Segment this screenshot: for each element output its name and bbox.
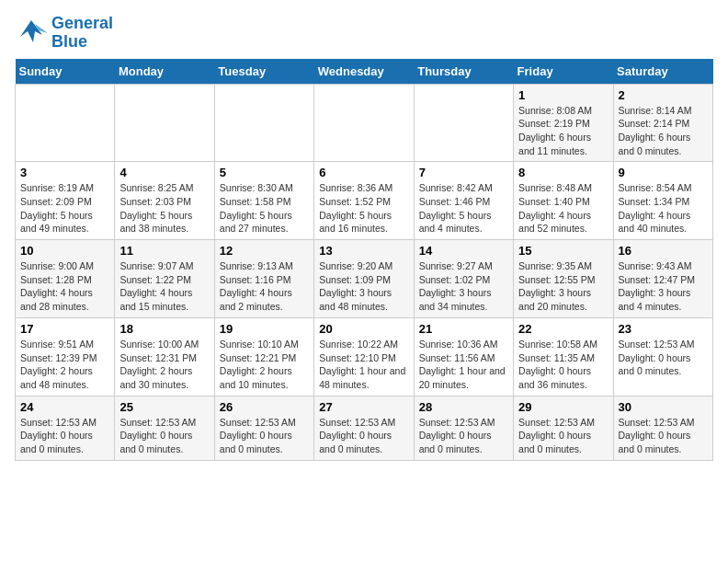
calendar-cell: 8Sunrise: 8:48 AM Sunset: 1:40 PM Daylig… xyxy=(514,162,613,240)
day-info: Sunset: 12:53 AM Daylight: 0 hours and 0… xyxy=(220,416,309,456)
day-number: 19 xyxy=(220,322,309,336)
calendar-cell: 19Sunrise: 10:10 AM Sunset: 12:21 PM Day… xyxy=(214,317,313,396)
calendar-week-row: 17Sunrise: 9:51 AM Sunset: 12:39 PM Dayl… xyxy=(16,317,713,396)
calendar-cell xyxy=(115,84,214,162)
calendar-cell: 26Sunset: 12:53 AM Daylight: 0 hours and… xyxy=(214,396,313,460)
day-number: 2 xyxy=(619,88,708,102)
day-info: Sunrise: 8:30 AM Sunset: 1:58 PM Dayligh… xyxy=(220,181,309,236)
calendar-cell: 6Sunrise: 8:36 AM Sunset: 1:52 PM Daylig… xyxy=(314,162,414,240)
calendar-cell: 18Sunrise: 10:00 AM Sunset: 12:31 PM Day… xyxy=(115,317,214,396)
day-info: Sunset: 12:53 AM Daylight: 0 hours and 0… xyxy=(20,416,109,456)
day-number: 7 xyxy=(419,166,508,179)
calendar-cell: 20Sunrise: 10:22 AM Sunset: 12:10 PM Day… xyxy=(314,317,414,396)
day-number: 29 xyxy=(518,400,608,414)
day-number: 28 xyxy=(419,400,508,414)
logo-text: General Blue xyxy=(51,15,113,52)
day-info: Sunrise: 9:20 AM Sunset: 1:09 PM Dayligh… xyxy=(319,259,408,314)
calendar-cell: 22Sunrise: 10:58 AM Sunset: 11:35 AM Day… xyxy=(514,317,613,396)
day-number: 9 xyxy=(619,166,708,179)
logo-icon xyxy=(15,17,48,50)
day-number: 11 xyxy=(119,244,209,258)
calendar-week-row: 3Sunrise: 8:19 AM Sunset: 2:09 PM Daylig… xyxy=(16,162,713,240)
calendar-cell: 12Sunrise: 9:13 AM Sunset: 1:16 PM Dayli… xyxy=(214,240,313,318)
calendar-cell: 14Sunrise: 9:27 AM Sunset: 1:02 PM Dayli… xyxy=(414,240,513,318)
day-number: 25 xyxy=(119,400,209,414)
calendar-cell: 11Sunrise: 9:07 AM Sunset: 1:22 PM Dayli… xyxy=(115,240,214,318)
calendar-cell: 25Sunset: 12:53 AM Daylight: 0 hours and… xyxy=(115,396,214,460)
svg-marker-0 xyxy=(20,20,42,42)
calendar-cell xyxy=(314,84,414,162)
weekday-header-tuesday: Tuesday xyxy=(214,59,313,85)
calendar-cell: 4Sunrise: 8:25 AM Sunset: 2:03 PM Daylig… xyxy=(115,162,214,240)
calendar-cell: 30Sunset: 12:53 AM Daylight: 0 hours and… xyxy=(613,396,712,460)
calendar-cell: 28Sunset: 12:53 AM Daylight: 0 hours and… xyxy=(414,396,513,460)
calendar-cell xyxy=(16,84,115,162)
day-info: Sunrise: 9:35 AM Sunset: 12:55 PM Daylig… xyxy=(518,259,608,314)
day-info: Sunset: 12:53 AM Daylight: 0 hours and 0… xyxy=(319,416,408,456)
calendar-cell: 21Sunrise: 10:36 AM Sunset: 11:56 AM Day… xyxy=(414,317,513,396)
calendar-week-row: 1Sunrise: 8:08 AM Sunset: 2:19 PM Daylig… xyxy=(16,84,713,162)
weekday-header-friday: Friday xyxy=(514,59,613,85)
page-header: General Blue xyxy=(15,15,713,52)
day-number: 21 xyxy=(419,322,508,336)
day-number: 12 xyxy=(220,244,309,258)
day-number: 26 xyxy=(220,400,309,414)
day-number: 17 xyxy=(20,322,109,336)
day-number: 15 xyxy=(518,244,608,258)
calendar-cell: 9Sunrise: 8:54 AM Sunset: 1:34 PM Daylig… xyxy=(613,162,712,240)
calendar-cell: 10Sunrise: 9:00 AM Sunset: 1:28 PM Dayli… xyxy=(16,240,115,318)
day-number: 24 xyxy=(20,400,109,414)
calendar-week-row: 10Sunrise: 9:00 AM Sunset: 1:28 PM Dayli… xyxy=(16,240,713,318)
weekday-header-thursday: Thursday xyxy=(414,59,513,85)
day-info: Sunrise: 8:42 AM Sunset: 1:46 PM Dayligh… xyxy=(419,181,508,236)
day-info: Sunrise: 9:00 AM Sunset: 1:28 PM Dayligh… xyxy=(20,259,109,314)
day-number: 6 xyxy=(319,166,408,179)
calendar-cell: 3Sunrise: 8:19 AM Sunset: 2:09 PM Daylig… xyxy=(16,162,115,240)
day-info: Sunset: 12:53 AM Daylight: 0 hours and 0… xyxy=(619,416,708,456)
day-info: Sunrise: 10:58 AM Sunset: 11:35 AM Dayli… xyxy=(518,338,608,392)
day-info: Sunset: 12:53 AM Daylight: 0 hours and 0… xyxy=(619,338,708,378)
day-info: Sunrise: 9:07 AM Sunset: 1:22 PM Dayligh… xyxy=(119,259,209,314)
day-info: Sunrise: 10:36 AM Sunset: 11:56 AM Dayli… xyxy=(419,338,508,392)
calendar-cell: 16Sunrise: 9:43 AM Sunset: 12:47 PM Dayl… xyxy=(613,240,712,318)
calendar-cell: 29Sunset: 12:53 AM Daylight: 0 hours and… xyxy=(514,396,613,460)
day-info: Sunrise: 8:54 AM Sunset: 1:34 PM Dayligh… xyxy=(619,181,708,236)
weekday-header-saturday: Saturday xyxy=(613,59,712,85)
day-info: Sunrise: 8:36 AM Sunset: 1:52 PM Dayligh… xyxy=(319,181,408,236)
day-info: Sunrise: 10:22 AM Sunset: 12:10 PM Dayli… xyxy=(319,338,408,392)
day-info: Sunset: 12:53 AM Daylight: 0 hours and 0… xyxy=(518,416,608,456)
calendar-cell xyxy=(214,84,313,162)
weekday-header-monday: Monday xyxy=(115,59,214,85)
day-number: 22 xyxy=(518,322,608,336)
day-number: 30 xyxy=(619,400,708,414)
weekday-header-wednesday: Wednesday xyxy=(314,59,414,85)
day-number: 16 xyxy=(619,244,708,258)
day-number: 4 xyxy=(119,166,209,179)
calendar-cell: 7Sunrise: 8:42 AM Sunset: 1:46 PM Daylig… xyxy=(414,162,513,240)
day-info: Sunrise: 10:10 AM Sunset: 12:21 PM Dayli… xyxy=(220,338,309,392)
calendar-cell: 2Sunrise: 8:14 AM Sunset: 2:14 PM Daylig… xyxy=(613,84,712,162)
calendar-table: SundayMondayTuesdayWednesdayThursdayFrid… xyxy=(15,59,713,461)
calendar-cell: 24Sunset: 12:53 AM Daylight: 0 hours and… xyxy=(16,396,115,460)
day-number: 13 xyxy=(319,244,408,258)
day-info: Sunrise: 8:14 AM Sunset: 2:14 PM Dayligh… xyxy=(619,104,708,158)
calendar-cell: 15Sunrise: 9:35 AM Sunset: 12:55 PM Dayl… xyxy=(514,240,613,318)
day-info: Sunrise: 8:25 AM Sunset: 2:03 PM Dayligh… xyxy=(119,181,209,236)
day-info: Sunrise: 8:48 AM Sunset: 1:40 PM Dayligh… xyxy=(518,181,608,236)
day-info: Sunrise: 9:27 AM Sunset: 1:02 PM Dayligh… xyxy=(419,259,508,314)
day-number: 27 xyxy=(319,400,408,414)
calendar-cell: 5Sunrise: 8:30 AM Sunset: 1:58 PM Daylig… xyxy=(214,162,313,240)
day-number: 23 xyxy=(619,322,708,336)
day-number: 10 xyxy=(20,244,109,258)
day-number: 18 xyxy=(119,322,209,336)
day-info: Sunrise: 10:00 AM Sunset: 12:31 PM Dayli… xyxy=(119,338,209,392)
day-info: Sunset: 12:53 AM Daylight: 0 hours and 0… xyxy=(419,416,508,456)
calendar-cell: 17Sunrise: 9:51 AM Sunset: 12:39 PM Dayl… xyxy=(16,317,115,396)
calendar-cell: 27Sunset: 12:53 AM Daylight: 0 hours and… xyxy=(314,396,414,460)
day-info: Sunrise: 8:08 AM Sunset: 2:19 PM Dayligh… xyxy=(518,104,608,158)
day-number: 3 xyxy=(20,166,109,179)
day-info: Sunrise: 9:51 AM Sunset: 12:39 PM Daylig… xyxy=(20,338,109,392)
day-info: Sunset: 12:53 AM Daylight: 0 hours and 0… xyxy=(119,416,209,456)
day-number: 5 xyxy=(220,166,309,179)
calendar-cell: 23Sunset: 12:53 AM Daylight: 0 hours and… xyxy=(613,317,712,396)
